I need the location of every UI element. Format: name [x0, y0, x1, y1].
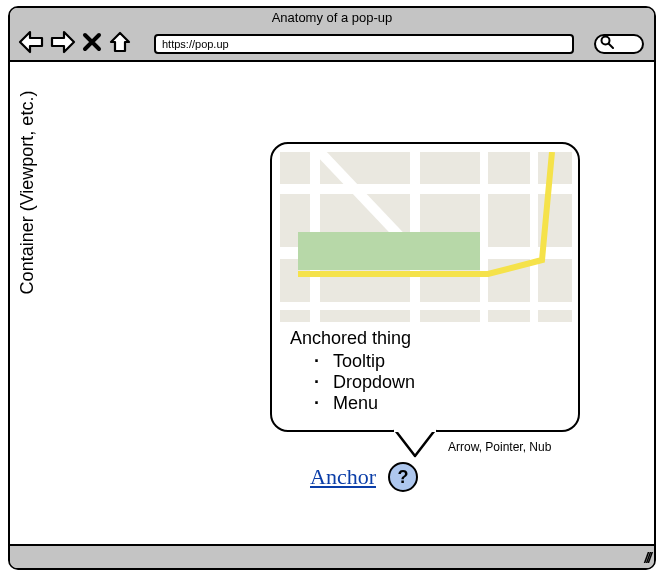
browser-content: Container (Viewport, etc.) Anchor — [10, 62, 654, 546]
svg-marker-11 — [298, 232, 480, 270]
browser-toolbar: Anatomy of a pop-up — [10, 8, 654, 62]
anchor-row: Anchor ? — [310, 462, 418, 492]
search-icon — [600, 35, 614, 53]
svg-marker-12 — [395, 430, 435, 456]
svg-rect-5 — [280, 302, 572, 310]
nav-icons — [18, 30, 132, 54]
popup-list-item: Dropdown — [314, 372, 415, 393]
popup-list: Tooltip Dropdown Menu — [314, 351, 415, 414]
search-box[interactable] — [594, 34, 644, 54]
popup-title: Anchored thing — [290, 328, 415, 349]
arrow-label: Arrow, Pointer, Nub — [448, 440, 551, 454]
home-icon[interactable] — [108, 30, 132, 54]
forward-icon[interactable] — [50, 30, 76, 54]
svg-line-1 — [609, 44, 613, 48]
status-bar: /// — [10, 546, 654, 568]
popup-card: Anchored thing Tooltip Dropdown Menu — [270, 142, 580, 432]
map-illustration — [280, 152, 572, 322]
svg-rect-9 — [530, 152, 538, 322]
container-label: Container (Viewport, etc.) — [16, 62, 40, 322]
url-text: https://pop.up — [162, 38, 229, 50]
svg-rect-8 — [480, 152, 488, 322]
browser-window: Anatomy of a pop-up — [8, 6, 656, 570]
popup-list-item: Menu — [314, 393, 415, 414]
popup-list-item: Tooltip — [314, 351, 415, 372]
window-title: Anatomy of a pop-up — [10, 10, 654, 25]
back-icon[interactable] — [18, 30, 44, 54]
svg-rect-13 — [394, 428, 436, 432]
stop-icon[interactable] — [82, 32, 102, 52]
popup-arrow-icon — [390, 428, 440, 458]
help-icon[interactable]: ? — [388, 462, 418, 492]
url-bar[interactable]: https://pop.up — [154, 34, 574, 54]
svg-rect-3 — [280, 184, 572, 194]
anchor-link[interactable]: Anchor — [310, 464, 376, 490]
resize-grip-icon[interactable]: /// — [644, 550, 650, 566]
popup-text: Anchored thing Tooltip Dropdown Menu — [290, 328, 415, 414]
